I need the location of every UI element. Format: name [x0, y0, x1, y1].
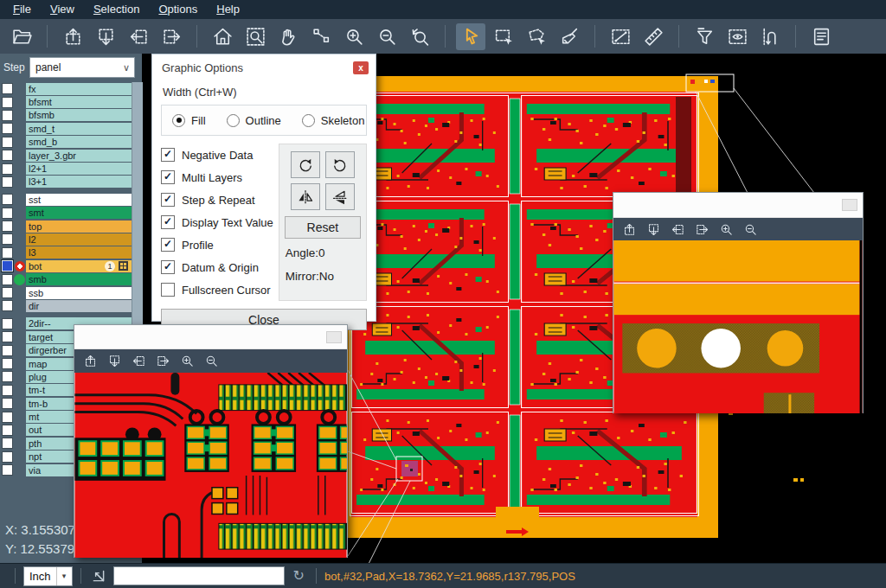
layer-visibility-checkbox[interactable]	[2, 233, 13, 245]
layer-visibility-checkbox[interactable]	[2, 371, 13, 382]
tool-pan-hand[interactable]	[273, 23, 303, 50]
tool-report[interactable]	[806, 23, 836, 50]
tool-filter[interactable]	[690, 23, 719, 50]
layer-row-bfsmb[interactable]: bfsmb	[0, 109, 132, 122]
radio-outline[interactable]: Outline	[227, 114, 281, 127]
window-button[interactable]	[842, 199, 857, 211]
layer-visibility-checkbox[interactable]	[2, 137, 13, 148]
tool-u-turn[interactable]	[755, 23, 785, 50]
layer-visibility-checkbox[interactable]	[2, 385, 13, 396]
layer-visibility-checkbox[interactable]	[2, 163, 13, 175]
layer-name[interactable]: l3	[26, 246, 132, 259]
rotate-ccw-button[interactable]	[325, 151, 355, 178]
layer-visibility-checkbox[interactable]	[2, 451, 13, 463]
close-icon[interactable]: x	[353, 61, 369, 74]
layer-name[interactable]: layer_3.gbr	[26, 150, 132, 162]
layer-name[interactable]: l2	[26, 233, 132, 246]
checkbox-fullscreen-cursor[interactable]: Fullscreen Cursor	[161, 278, 273, 301]
layer-visibility-checkbox[interactable]	[2, 176, 13, 188]
tool-zoom-out[interactable]	[372, 23, 401, 50]
layer-name[interactable]: bot1	[26, 260, 132, 272]
tool-zoom-in[interactable]	[339, 23, 369, 50]
tool-zoom-previous[interactable]	[405, 23, 434, 50]
layer-visibility-checkbox[interactable]	[2, 247, 13, 259]
layer-visibility-checkbox[interactable]	[2, 274, 13, 285]
tool-home-view[interactable]	[208, 23, 237, 50]
layer-visibility-checkbox[interactable]	[2, 208, 13, 219]
popup-tool-zoom-in[interactable]	[180, 354, 195, 368]
radio-skeleton[interactable]: Skeleton	[302, 114, 365, 127]
layer-visibility-checkbox[interactable]	[2, 412, 13, 423]
popup-tool-load-layer-right[interactable]	[695, 222, 709, 237]
menu-file[interactable]: File	[3, 0, 41, 19]
checkbox-step-repeat[interactable]: ✓Step & Repeat	[161, 189, 273, 211]
layer-name[interactable]: top	[26, 220, 132, 233]
popup-tool-zoom-out[interactable]	[743, 222, 758, 237]
layer-visibility-checkbox[interactable]	[2, 358, 13, 369]
layer-name[interactable]: dir	[26, 300, 132, 312]
flip-h-button[interactable]	[291, 183, 320, 210]
layer-row-smd-t[interactable]: smd_t	[0, 122, 132, 135]
step-select[interactable]: panel ∨	[29, 57, 135, 78]
layer-visibility-checkbox[interactable]	[2, 260, 13, 272]
layer-name[interactable]: smd_b	[26, 136, 132, 148]
layer-name[interactable]: bfsmb	[26, 109, 132, 121]
layer-visibility-checkbox[interactable]	[2, 123, 13, 134]
magnifier-titlebar[interactable]	[613, 193, 863, 218]
popup-tool-load-layer-left[interactable]	[671, 222, 685, 237]
popup-tool-load-layer-left[interactable]	[132, 354, 146, 368]
dialog-titlebar[interactable]: Graphic Options x	[152, 54, 376, 80]
menu-view[interactable]: View	[41, 0, 84, 19]
rotate-cw-button[interactable]	[291, 151, 320, 178]
flip-v-button[interactable]	[325, 183, 355, 210]
layer-name[interactable]: bfsmt	[26, 96, 132, 108]
reset-button[interactable]: Reset	[285, 216, 361, 239]
tool-clear-brush[interactable]	[555, 23, 584, 50]
layer-visibility-checkbox[interactable]	[2, 438, 13, 449]
layer-row-l2-1[interactable]: l2+1	[0, 162, 132, 175]
layer-row-l3-1[interactable]: l3+1	[0, 176, 132, 189]
checkbox-datum-origin[interactable]: ✓Datum & Origin	[161, 256, 273, 278]
layer-visibility-checkbox[interactable]	[2, 425, 13, 436]
layer-name[interactable]: l2+1	[26, 163, 132, 175]
checkbox-profile[interactable]: ✓Profile	[161, 233, 273, 256]
checkbox-display-text-value[interactable]: ✓Display Text Value	[161, 211, 273, 233]
menu-options[interactable]: Options	[149, 0, 207, 19]
layer-visibility-checkbox[interactable]	[2, 331, 13, 342]
layer-visibility-checkbox[interactable]	[2, 220, 13, 232]
sync-icon[interactable]: ↻	[293, 569, 305, 583]
layer-visibility-checkbox[interactable]	[2, 194, 13, 205]
checkbox-negative-data[interactable]: ✓Negative Data	[161, 144, 273, 166]
window-button[interactable]	[326, 331, 342, 343]
tool-load-layer-down[interactable]	[91, 23, 120, 50]
popup-tool-load-layer-up[interactable]	[83, 354, 98, 368]
layer-row-fx[interactable]: fx	[0, 82, 132, 95]
unit-select[interactable]: Inch ▾	[23, 566, 73, 586]
tool-polygon-select[interactable]	[522, 23, 551, 50]
layer-visibility-checkbox[interactable]	[2, 398, 13, 409]
popup-tool-load-layer-up[interactable]	[622, 222, 637, 237]
tool-measure-distance[interactable]	[606, 23, 635, 50]
layer-indicator-green[interactable]	[13, 274, 26, 285]
layer-row-layer-3-gbr[interactable]: layer_3.gbr	[0, 149, 132, 162]
magnifier-window-bottom-left[interactable]	[74, 324, 348, 558]
radio-fill[interactable]: Fill	[172, 114, 206, 127]
popup-tool-zoom-in[interactable]	[719, 222, 734, 237]
tool-select-cursor[interactable]	[456, 23, 485, 50]
tool-move-view[interactable]	[306, 23, 336, 50]
menu-help[interactable]: Help	[207, 0, 249, 19]
layer-row-smt[interactable]: smt	[0, 207, 132, 220]
tool-load-layer-left[interactable]	[124, 23, 153, 50]
popup-tool-zoom-out[interactable]	[204, 354, 219, 368]
layer-name[interactable]: smb	[26, 273, 132, 285]
layer-indicator-red[interactable]	[13, 260, 26, 272]
layer-row-smd-b[interactable]: smd_b	[0, 136, 132, 149]
layer-visibility-checkbox[interactable]	[2, 110, 13, 121]
layer-visibility-checkbox[interactable]	[2, 150, 13, 161]
layer-row-sst[interactable]: sst	[0, 193, 132, 206]
popup-tool-load-layer-right[interactable]	[156, 354, 170, 368]
tool-ruler[interactable]	[639, 23, 668, 50]
tool-load-layer-up[interactable]	[58, 23, 87, 50]
layer-name[interactable]: ssb	[26, 287, 132, 299]
snap-corner-icon[interactable]	[91, 568, 106, 584]
